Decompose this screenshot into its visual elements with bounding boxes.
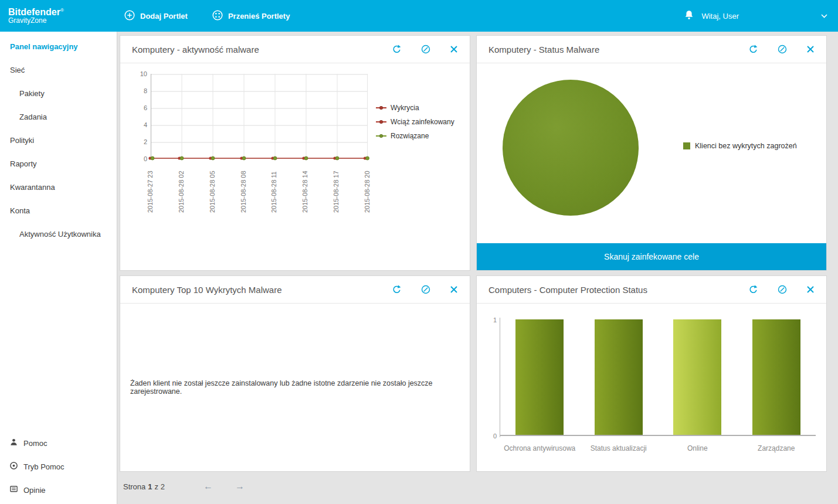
- current-page: 1: [148, 482, 152, 491]
- sidebar-item-zadania[interactable]: Zadania: [0, 105, 117, 129]
- legend-label: Wykrycia: [391, 104, 419, 112]
- bar-chart-plot-area: [500, 320, 816, 436]
- add-portlet-button[interactable]: Dodaj Portlet: [124, 10, 188, 22]
- pie-chart-legend: Klienci bez wykrytych zagrożeń: [683, 142, 797, 150]
- portlet-grid: Komputery - aktywność malware: [120, 35, 827, 472]
- sidebar-item-siec[interactable]: Sieć: [0, 59, 117, 82]
- next-page-arrow[interactable]: →: [235, 481, 245, 492]
- x-tick-label: 2015-08-28 05: [209, 161, 217, 213]
- sidebar-item-polityki[interactable]: Polityki: [0, 129, 117, 152]
- main-content: Komputery - aktywność malware: [117, 32, 838, 504]
- portlet-tools: [748, 284, 815, 295]
- opinie-label: Opinie: [23, 486, 46, 495]
- legend-item-rozwiazane: Rozwiązane: [376, 129, 454, 143]
- refresh-icon[interactable]: [391, 284, 402, 295]
- legend-label: Wciąż zainfekowany: [391, 118, 454, 126]
- sidebar-nav: Panel nawigacyjny Sieć Pakiety Zadania P…: [0, 35, 117, 246]
- y-tick: 10: [130, 70, 147, 77]
- legend-item-wciaz-zainfekowany: Wciąż zainfekowany: [376, 115, 454, 129]
- grid-dots-icon: [212, 10, 223, 22]
- refresh-icon[interactable]: [748, 284, 758, 295]
- legend-swatch-green: [683, 142, 690, 149]
- x-tick-label: 2015-08-27 23: [147, 161, 155, 213]
- topbar-actions: Dodaj Portlet Przenieś Portlety: [124, 10, 290, 22]
- topbar: Bitdefender® GravityZone Dodaj Portlet P…: [0, 0, 838, 32]
- registered-mark: ®: [60, 7, 64, 12]
- edit-icon[interactable]: [777, 44, 788, 55]
- pagination-bar: Strona 1 z 2 ← →: [120, 481, 827, 492]
- portlet-top10-malware: Komputery Top 10 Wykrytych Malware Żad: [120, 275, 470, 472]
- status-malware-chart: Klienci bez wykrytych zagrożeń: [477, 63, 826, 243]
- pomoc-label: Pomoc: [23, 439, 47, 448]
- brand-logo: Bitdefender® GravityZone: [0, 7, 115, 25]
- feedback-form-icon: [9, 485, 18, 495]
- previous-page-arrow[interactable]: ←: [203, 481, 213, 492]
- close-icon[interactable]: [450, 284, 458, 295]
- sidebar-footer-opinie[interactable]: Opinie: [0, 478, 117, 502]
- category-label: Zarządzane: [737, 444, 816, 452]
- page-word: Strona: [123, 482, 145, 491]
- portlet-malware-activity-header: Komputery - aktywność malware: [120, 36, 470, 63]
- move-portlets-button[interactable]: Przenieś Portlety: [212, 10, 290, 22]
- y-tick: 0: [130, 155, 147, 162]
- legend-label: Rozwiązane: [391, 132, 429, 140]
- sidebar-item-konta[interactable]: Konta: [0, 199, 117, 223]
- x-tick-label: 2015-08-28 14: [301, 161, 310, 213]
- user-greeting[interactable]: Witaj, User: [701, 12, 739, 21]
- portlet-top10-header: Komputery Top 10 Wykrytych Malware: [120, 276, 470, 304]
- refresh-icon[interactable]: [391, 44, 402, 55]
- y-tick: 8: [130, 87, 147, 94]
- bar-status-aktualizacji: [595, 319, 643, 435]
- malware-activity-chart: 10 8 6 4 2 0: [120, 63, 470, 270]
- bar-category-labels: Ochrona antywirusowa Status aktualizacji…: [500, 444, 816, 452]
- x-axis-labels: 2015-08-27 23 2015-08-28 02 2015-08-28 0…: [147, 161, 372, 213]
- line-chart-legend: Wykrycia Wciąż zainfekowany Rozwiązane: [376, 101, 454, 143]
- sidebar-item-aktywnosc-uzytkownika[interactable]: Aktywność Użytkownika: [0, 223, 117, 246]
- legend-marker-green: [376, 135, 386, 137]
- sidebar-item-pakiety[interactable]: Pakiety: [0, 82, 117, 105]
- edit-icon[interactable]: [420, 284, 431, 295]
- portlet-tools: [391, 44, 458, 55]
- sidebar-item-panel-nawigacyjny[interactable]: Panel nawigacyjny: [0, 35, 117, 59]
- layout: Panel nawigacyjny Sieć Pakiety Zadania P…: [0, 32, 838, 504]
- close-icon[interactable]: [450, 44, 458, 55]
- topbar-right: Witaj, User: [684, 10, 838, 22]
- add-portlet-label: Dodaj Portlet: [140, 12, 188, 21]
- y-tick: 1: [485, 316, 497, 323]
- legend-marker-red: [376, 107, 386, 108]
- page-of-text: z 2: [155, 482, 165, 491]
- close-icon[interactable]: [806, 284, 815, 295]
- y-tick: 0: [485, 433, 497, 440]
- line-chart-plot-area: [151, 74, 368, 159]
- portlet-title: Komputery Top 10 Wykrytych Malware: [132, 285, 282, 295]
- y-tick: 2: [130, 138, 147, 145]
- bell-icon[interactable]: [684, 10, 694, 22]
- portlet-title: Komputery - Status Malware: [488, 45, 599, 55]
- brand-product: GravityZone: [8, 17, 115, 25]
- x-tick-label: 2015-08-28 11: [270, 161, 279, 213]
- sidebar-item-raporty[interactable]: Raporty: [0, 152, 117, 176]
- portlet-malware-activity: Komputery - aktywność malware: [120, 35, 470, 271]
- edit-icon[interactable]: [777, 284, 788, 295]
- portlet-tools: [391, 284, 458, 295]
- sidebar-footer-pomoc[interactable]: Pomoc: [0, 431, 117, 455]
- help-person-icon: [9, 438, 18, 448]
- refresh-icon[interactable]: [748, 44, 758, 55]
- sidebar-footer-tryb-pomoc[interactable]: Tryb Pomoc: [0, 455, 117, 478]
- edit-icon[interactable]: [420, 44, 431, 55]
- bar-ochrona-antywirusowa: [515, 319, 564, 435]
- portlet-protection-status-header: Computers - Computer Protection Status: [477, 276, 826, 304]
- y-tick: 4: [130, 121, 147, 128]
- help-mode-icon: [9, 461, 18, 472]
- category-label: Ochrona antywirusowa: [500, 444, 579, 452]
- scan-infected-targets-button[interactable]: Skanuj zainfekowane cele: [477, 243, 826, 270]
- protection-status-chart: 1 0 Ochrona antywirusowa Status aktualiz…: [477, 304, 826, 471]
- plus-circle-icon: [124, 10, 135, 22]
- brand-name: Bitdefender: [8, 7, 60, 17]
- y-tick: 6: [130, 104, 147, 111]
- chevron-down-icon[interactable]: [821, 14, 827, 18]
- close-icon[interactable]: [806, 44, 815, 55]
- sidebar-item-kwarantanna[interactable]: Kwarantanna: [0, 176, 117, 199]
- bar-online: [673, 319, 721, 435]
- x-tick-label: 2015-08-28 08: [240, 161, 248, 213]
